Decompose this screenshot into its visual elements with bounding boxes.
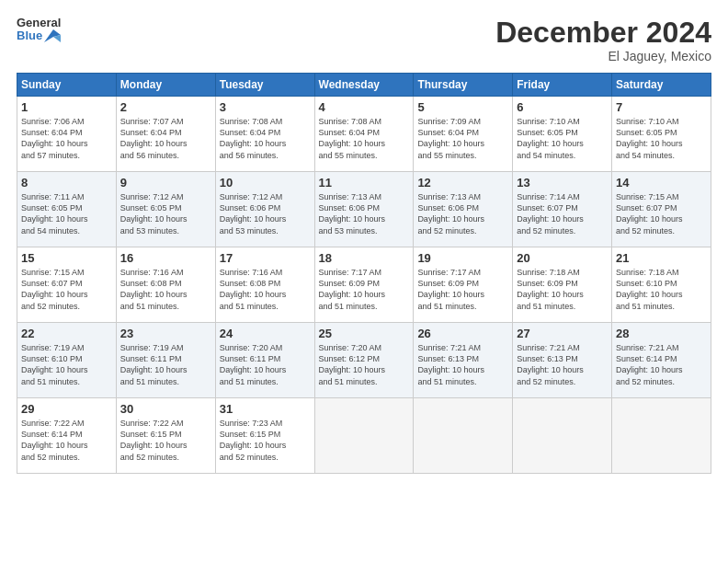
header: General Blue December 2024 El Jaguey, Me…	[17, 17, 711, 63]
calendar-cell: 31 Sunrise: 7:23 AM Sunset: 6:15 PM Dayl…	[215, 398, 314, 474]
day-number: 24	[220, 327, 311, 340]
day-number: 27	[517, 327, 608, 340]
day-info: Sunrise: 7:19 AM Sunset: 6:10 PM Dayligh…	[21, 342, 112, 387]
calendar-cell: 20 Sunrise: 7:18 AM Sunset: 6:09 PM Dayl…	[513, 247, 612, 323]
day-number: 21	[616, 251, 707, 265]
day-number: 6	[517, 100, 608, 114]
calendar-cell: 3 Sunrise: 7:08 AM Sunset: 6:04 PM Dayli…	[215, 97, 314, 172]
day-number: 19	[417, 251, 508, 265]
calendar-cell: 17 Sunrise: 7:16 AM Sunset: 6:08 PM Dayl…	[215, 247, 314, 323]
day-info: Sunrise: 7:09 AM Sunset: 6:04 PM Dayligh…	[417, 116, 508, 161]
calendar-cell: 12 Sunrise: 7:13 AM Sunset: 6:06 PM Dayl…	[414, 172, 513, 247]
day-number: 25	[319, 327, 410, 340]
day-info: Sunrise: 7:23 AM Sunset: 6:15 PM Dayligh…	[220, 418, 311, 463]
day-number: 4	[319, 100, 410, 114]
month-title: December 2024	[495, 17, 711, 49]
day-number: 23	[120, 327, 211, 340]
logo-bird-icon	[44, 29, 61, 42]
col-thursday: Thursday	[414, 74, 513, 97]
day-info: Sunrise: 7:13 AM Sunset: 6:06 PM Dayligh…	[319, 191, 410, 236]
calendar-cell: 21 Sunrise: 7:18 AM Sunset: 6:10 PM Dayl…	[612, 247, 711, 323]
calendar-cell: 28 Sunrise: 7:21 AM Sunset: 6:14 PM Dayl…	[612, 323, 711, 398]
day-info: Sunrise: 7:14 AM Sunset: 6:07 PM Dayligh…	[517, 191, 608, 236]
day-number: 1	[21, 100, 112, 114]
col-saturday: Saturday	[612, 74, 711, 97]
day-number: 20	[517, 251, 608, 265]
day-info: Sunrise: 7:18 AM Sunset: 6:09 PM Dayligh…	[517, 267, 608, 312]
day-info: Sunrise: 7:20 AM Sunset: 6:11 PM Dayligh…	[220, 342, 311, 387]
calendar-cell: 5 Sunrise: 7:09 AM Sunset: 6:04 PM Dayli…	[414, 97, 513, 172]
calendar-cell	[414, 398, 513, 474]
day-info: Sunrise: 7:11 AM Sunset: 6:05 PM Dayligh…	[21, 191, 112, 236]
location: El Jaguey, Mexico	[495, 49, 711, 63]
day-info: Sunrise: 7:20 AM Sunset: 6:12 PM Dayligh…	[319, 342, 410, 387]
calendar-cell: 1 Sunrise: 7:06 AM Sunset: 6:04 PM Dayli…	[17, 97, 117, 172]
day-info: Sunrise: 7:15 AM Sunset: 6:07 PM Dayligh…	[616, 191, 707, 236]
calendar-cell: 14 Sunrise: 7:15 AM Sunset: 6:07 PM Dayl…	[612, 172, 711, 247]
day-number: 3	[220, 100, 311, 114]
day-number: 29	[21, 402, 112, 416]
day-info: Sunrise: 7:17 AM Sunset: 6:09 PM Dayligh…	[319, 267, 410, 312]
day-number: 16	[120, 251, 211, 265]
day-number: 30	[120, 402, 211, 416]
col-wednesday: Wednesday	[314, 74, 414, 97]
day-info: Sunrise: 7:08 AM Sunset: 6:04 PM Dayligh…	[220, 116, 311, 161]
day-info: Sunrise: 7:10 AM Sunset: 6:05 PM Dayligh…	[517, 116, 608, 161]
calendar-cell: 6 Sunrise: 7:10 AM Sunset: 6:05 PM Dayli…	[513, 97, 612, 172]
day-number: 22	[21, 327, 112, 340]
calendar-cell: 10 Sunrise: 7:12 AM Sunset: 6:06 PM Dayl…	[215, 172, 314, 247]
col-friday: Friday	[513, 74, 612, 97]
day-info: Sunrise: 7:16 AM Sunset: 6:08 PM Dayligh…	[220, 267, 311, 312]
day-info: Sunrise: 7:17 AM Sunset: 6:09 PM Dayligh…	[417, 267, 508, 312]
day-number: 11	[319, 176, 410, 190]
calendar-cell: 19 Sunrise: 7:17 AM Sunset: 6:09 PM Dayl…	[414, 247, 513, 323]
day-info: Sunrise: 7:08 AM Sunset: 6:04 PM Dayligh…	[319, 116, 410, 161]
day-info: Sunrise: 7:21 AM Sunset: 6:14 PM Dayligh…	[616, 342, 707, 387]
calendar-cell: 23 Sunrise: 7:19 AM Sunset: 6:11 PM Dayl…	[116, 323, 215, 398]
calendar-cell: 24 Sunrise: 7:20 AM Sunset: 6:11 PM Dayl…	[215, 323, 314, 398]
day-number: 12	[417, 176, 508, 190]
calendar-cell	[513, 398, 612, 474]
calendar-cell: 15 Sunrise: 7:15 AM Sunset: 6:07 PM Dayl…	[17, 247, 117, 323]
col-sunday: Sunday	[17, 74, 117, 97]
day-number: 8	[21, 176, 112, 190]
day-info: Sunrise: 7:21 AM Sunset: 6:13 PM Dayligh…	[417, 342, 508, 387]
calendar-cell	[314, 398, 414, 474]
day-number: 10	[220, 176, 311, 190]
day-number: 13	[517, 176, 608, 190]
day-info: Sunrise: 7:12 AM Sunset: 6:06 PM Dayligh…	[220, 191, 311, 236]
day-info: Sunrise: 7:18 AM Sunset: 6:10 PM Dayligh…	[616, 267, 707, 312]
logo: General Blue	[17, 17, 61, 43]
calendar-cell	[612, 398, 711, 474]
day-info: Sunrise: 7:13 AM Sunset: 6:06 PM Dayligh…	[417, 191, 508, 236]
day-info: Sunrise: 7:12 AM Sunset: 6:05 PM Dayligh…	[120, 191, 211, 236]
day-number: 17	[220, 251, 311, 265]
day-info: Sunrise: 7:16 AM Sunset: 6:08 PM Dayligh…	[120, 267, 211, 312]
day-number: 18	[319, 251, 410, 265]
calendar-cell: 26 Sunrise: 7:21 AM Sunset: 6:13 PM Dayl…	[414, 323, 513, 398]
day-info: Sunrise: 7:21 AM Sunset: 6:13 PM Dayligh…	[517, 342, 608, 387]
day-info: Sunrise: 7:15 AM Sunset: 6:07 PM Dayligh…	[21, 267, 112, 312]
col-tuesday: Tuesday	[215, 74, 314, 97]
day-number: 9	[120, 176, 211, 190]
calendar-cell: 11 Sunrise: 7:13 AM Sunset: 6:06 PM Dayl…	[314, 172, 414, 247]
day-number: 26	[417, 327, 508, 340]
calendar-cell: 16 Sunrise: 7:16 AM Sunset: 6:08 PM Dayl…	[116, 247, 215, 323]
day-number: 28	[616, 327, 707, 340]
day-number: 7	[616, 100, 707, 114]
calendar-cell: 29 Sunrise: 7:22 AM Sunset: 6:14 PM Dayl…	[17, 398, 117, 474]
title-area: December 2024 El Jaguey, Mexico	[495, 17, 711, 63]
calendar-table: Sunday Monday Tuesday Wednesday Thursday…	[17, 73, 711, 474]
day-number: 15	[21, 251, 112, 265]
day-number: 5	[417, 100, 508, 114]
day-info: Sunrise: 7:06 AM Sunset: 6:04 PM Dayligh…	[21, 116, 112, 161]
calendar-cell: 18 Sunrise: 7:17 AM Sunset: 6:09 PM Dayl…	[314, 247, 414, 323]
calendar-cell: 22 Sunrise: 7:19 AM Sunset: 6:10 PM Dayl…	[17, 323, 117, 398]
day-info: Sunrise: 7:22 AM Sunset: 6:14 PM Dayligh…	[21, 418, 112, 463]
calendar-cell: 2 Sunrise: 7:07 AM Sunset: 6:04 PM Dayli…	[116, 97, 215, 172]
day-number: 14	[616, 176, 707, 190]
calendar-cell: 8 Sunrise: 7:11 AM Sunset: 6:05 PM Dayli…	[17, 172, 117, 247]
day-info: Sunrise: 7:19 AM Sunset: 6:11 PM Dayligh…	[120, 342, 211, 387]
header-row: Sunday Monday Tuesday Wednesday Thursday…	[17, 74, 711, 97]
calendar-cell: 25 Sunrise: 7:20 AM Sunset: 6:12 PM Dayl…	[314, 323, 414, 398]
